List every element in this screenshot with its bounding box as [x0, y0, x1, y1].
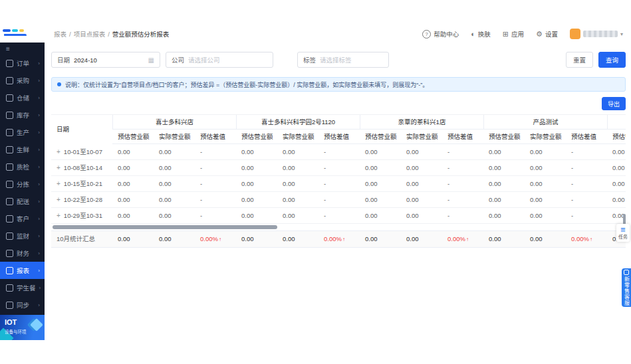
logo-shape [4, 34, 27, 36]
value-cell: 0.00 [236, 208, 277, 223]
sidebar: ≡ 订单›采购›仓储›库存›生产›生鲜›质检›分拣›配送›客户›监财›财务›报表… [0, 43, 45, 340]
menu-icon [6, 267, 13, 274]
sidebar-item-8[interactable]: 配送› [0, 193, 45, 210]
sidebar-item-5[interactable]: 生鲜› [0, 141, 45, 158]
sidebar-item-label: 报表 [17, 266, 29, 275]
expand-icon[interactable]: + [57, 196, 61, 203]
skin-icon: ◐ [471, 31, 475, 38]
sidebar-item-label: 监财 [17, 231, 29, 240]
col-header: 预估差值 [318, 130, 360, 144]
date-value: 2024-10 [74, 56, 97, 64]
date-range-label: 10-08至10-14 [64, 164, 102, 171]
menu-icon [6, 284, 13, 292]
main-content: 日期 2024-10 ▦ 公司 请选择公司 标签 请选择标签 重置 查询 说明：… [45, 43, 631, 340]
value-cell: - [566, 192, 607, 207]
sidebar-item-label: 采购 [17, 76, 29, 85]
logo-shape [3, 29, 11, 32]
export-button[interactable]: 导出 [602, 97, 626, 110]
value-cell: - [195, 160, 236, 175]
value-cell: - [442, 192, 483, 207]
expand-icon[interactable]: + [57, 164, 61, 171]
settings-button[interactable]: ⚙ 设置 [536, 29, 558, 39]
value-cell: 0.00 [607, 176, 626, 191]
value-cell: 0.00 [360, 176, 401, 191]
change-skin-button[interactable]: ◐ 换肤 [471, 29, 491, 39]
value-cell: 0.00 [525, 208, 566, 223]
value-cell: 0.00 [483, 192, 525, 207]
user-menu[interactable]: ▾ [570, 29, 623, 39]
sidebar-item-6[interactable]: 质检› [0, 158, 45, 175]
sidebar-collapse-icon[interactable]: ≡ [0, 43, 45, 54]
user-name-masked [583, 31, 618, 37]
breadcrumb-separator: / [108, 31, 110, 38]
expand-icon[interactable]: + [57, 148, 61, 155]
up-arrow-icon: ↑ [219, 236, 221, 242]
app-logo[interactable] [0, 25, 45, 43]
task-float-button[interactable]: ≣ 任务 [616, 224, 630, 242]
sidebar-item-2[interactable]: 仓储› [0, 89, 45, 106]
menu-icon [6, 232, 13, 240]
chevron-down-icon: ▾ [620, 31, 623, 37]
value-cell: 0.00 [277, 176, 318, 191]
menu-icon [6, 215, 13, 223]
value-cell: 0.00 [483, 208, 525, 223]
chevron-right-icon: › [38, 95, 40, 101]
expand-icon[interactable]: + [57, 212, 61, 219]
summary-row: 10月统计汇总0.000.000.00%↑0.000.000.00%↑0.000… [51, 230, 626, 248]
expand-icon[interactable]: + [57, 180, 61, 187]
value-cell: 0.00 [236, 192, 277, 207]
chevron-right-icon: › [38, 164, 40, 170]
sidebar-item-9[interactable]: 客户› [0, 210, 45, 227]
value-cell: 0.00 [154, 160, 195, 175]
value-cell: - [195, 144, 236, 159]
sidebar-item-14[interactable]: 同步› [0, 296, 45, 314]
apps-button[interactable]: ⊞ 应用 [503, 29, 524, 39]
chevron-right-icon: › [38, 78, 40, 84]
value-cell: - [195, 208, 236, 223]
top-bar: 报表 / 项目点报表 / 营业额预估分析报表 ? 帮助中心 ◐ 换肤 ⊞ 应用 … [0, 25, 631, 43]
horizontal-scrollbar[interactable] [51, 224, 626, 230]
customer-service-button[interactable]: 新零售客服 [622, 268, 631, 307]
table-body: +10-01至10-070.000.00-0.000.00-0.000.00-0… [51, 144, 626, 224]
sidebar-item-1[interactable]: 采购› [0, 72, 45, 89]
summary-cell: 0.00 [483, 231, 525, 247]
horizontal-scrollbar-thumb[interactable] [53, 225, 277, 229]
value-cell: 0.00 [483, 144, 525, 159]
value-cell: 0.00 [525, 144, 566, 159]
value-cell: - [566, 208, 607, 223]
sidebar-item-11[interactable]: 财务› [0, 244, 45, 262]
sidebar-item-4[interactable]: 生产› [0, 124, 45, 141]
date-picker[interactable]: 日期 2024-10 ▦ [51, 52, 160, 68]
date-range-label: 10-01至10-07 [64, 148, 102, 155]
report-table: 日期 喜士多科兴店 喜士多科兴科学园2号1120 亲覃的茶科兴1店 产品测试 预… [51, 114, 626, 248]
reset-button[interactable]: 重置 [566, 52, 593, 68]
sidebar-item-13[interactable]: 学生餐› [0, 279, 45, 296]
breadcrumb-item[interactable]: 报表 [54, 29, 66, 39]
value-cell: 0.00 [112, 192, 154, 207]
iot-subtitle: 设备与环境 [5, 328, 27, 335]
value-cell: - [195, 192, 236, 207]
chevron-right-icon: › [38, 60, 40, 66]
value-cell: - [318, 160, 360, 175]
sidebar-item-0[interactable]: 订单› [0, 54, 45, 72]
company-select[interactable]: 公司 请选择公司 [166, 52, 273, 68]
sidebar-item-3[interactable]: 库存› [0, 106, 45, 124]
chevron-right-icon: › [38, 250, 40, 256]
search-button[interactable]: 查询 [598, 52, 626, 68]
store-group-header: 亲覃的茶科兴1店 [360, 115, 483, 130]
chevron-right-icon: › [38, 233, 40, 239]
sidebar-item-12[interactable]: 报表› [0, 262, 45, 279]
breadcrumb-item[interactable]: 项目点报表 [74, 29, 106, 39]
menu-icon [6, 163, 13, 171]
value-cell: 0.00 [360, 160, 401, 175]
value-cell: 0.00 [154, 192, 195, 207]
menu-icon [6, 302, 13, 309]
table-header: 日期 喜士多科兴店 喜士多科兴科学园2号1120 亲覃的茶科兴1店 产品测试 预… [51, 114, 626, 144]
tag-select[interactable]: 标签 请选择标签 [297, 52, 389, 68]
sidebar-item-7[interactable]: 分拣› [0, 175, 45, 193]
up-arrow-icon: ↑ [590, 236, 592, 242]
summary-cell: 0.00 [236, 231, 277, 247]
iot-panel[interactable]: IOT 设备与环境 [0, 315, 45, 340]
help-center-button[interactable]: ? 帮助中心 [422, 29, 459, 39]
sidebar-item-10[interactable]: 监财› [0, 227, 45, 244]
